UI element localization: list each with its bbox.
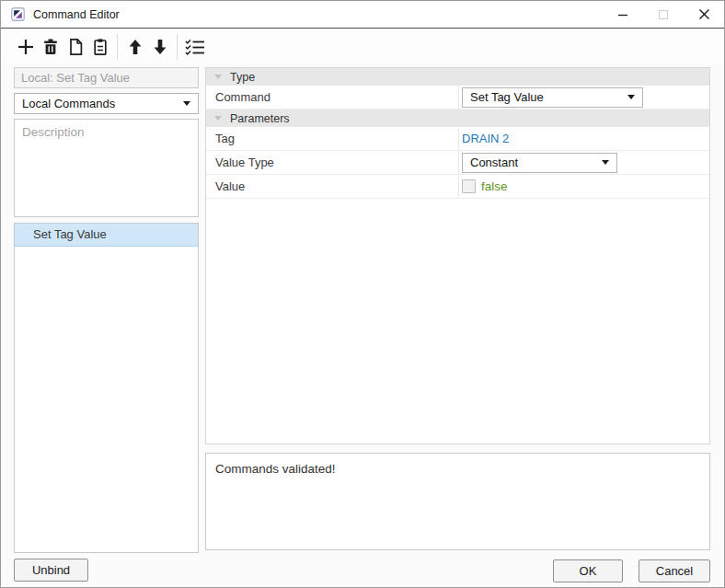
value-type-dropdown-value: Constant (470, 156, 602, 169)
value-boolean-label: false (481, 179, 508, 193)
command-scope-dropdown[interactable]: Local Commands (14, 93, 199, 114)
command-list[interactable]: Set Tag Value (14, 223, 199, 553)
collapse-triangle-icon (214, 116, 222, 121)
maximize-icon (658, 9, 669, 20)
property-value-cell: Set Tag Value (459, 87, 709, 108)
plus-icon (16, 37, 36, 57)
description-textarea[interactable] (14, 119, 199, 217)
property-row-value-type: Value Type Constant (206, 151, 709, 175)
validation-message: Commands validated! (215, 462, 336, 476)
property-label: Value Type (206, 151, 459, 174)
copy-command-button[interactable] (63, 34, 87, 60)
section-title: Type (230, 71, 255, 84)
value-type-dropdown[interactable]: Constant (462, 153, 617, 173)
maximize-button[interactable] (643, 1, 684, 29)
list-item-label: Set Tag Value (33, 227, 107, 241)
section-header-type[interactable]: Type (206, 68, 709, 86)
property-row-tag: Tag DRAIN 2 (206, 127, 709, 151)
list-item[interactable]: Set Tag Value (15, 224, 198, 247)
trash-icon (40, 37, 61, 57)
close-icon (698, 8, 710, 20)
move-up-button[interactable] (123, 34, 147, 60)
toolbar (1, 29, 724, 63)
app-logo-icon (11, 7, 25, 21)
chevron-down-icon (602, 160, 609, 165)
paste-icon (90, 37, 110, 57)
minimize-button[interactable] (603, 1, 643, 29)
property-label: Command (206, 86, 459, 109)
cancel-button[interactable]: Cancel (639, 559, 710, 582)
property-label: Tag (206, 127, 459, 150)
tag-value-link[interactable]: DRAIN 2 (462, 132, 509, 145)
paste-command-button[interactable] (88, 34, 112, 60)
arrow-up-icon (125, 37, 145, 57)
property-value-cell: Constant (459, 153, 709, 173)
chevron-down-icon (183, 101, 190, 106)
checklist-icon (184, 37, 206, 57)
command-dropdown-value: Set Tag Value (470, 90, 627, 104)
property-panel-filler (206, 199, 709, 444)
command-dropdown[interactable]: Set Tag Value (462, 87, 643, 108)
unbind-button[interactable]: Unbind (14, 559, 88, 582)
validate-commands-button[interactable] (183, 34, 207, 60)
section-header-parameters[interactable]: Parameters (206, 110, 709, 127)
close-button[interactable] (684, 1, 724, 29)
property-label: Value (206, 175, 459, 198)
chevron-down-icon (627, 95, 635, 99)
command-scope-dropdown-value: Local Commands (22, 97, 183, 110)
property-value-cell: DRAIN 2 (459, 132, 709, 145)
section-title: Parameters (230, 112, 290, 125)
arrow-down-icon (150, 37, 170, 57)
binding-path-field[interactable] (14, 67, 199, 88)
titlebar: Command Editor (1, 1, 724, 29)
delete-command-button[interactable] (39, 34, 63, 60)
toolbar-separator (117, 34, 118, 60)
property-row-value: Value false (206, 175, 709, 199)
property-value-cell: false (459, 179, 709, 193)
validation-message-box: Commands validated! (205, 453, 710, 550)
toolbar-separator (177, 34, 178, 60)
move-down-button[interactable] (148, 34, 172, 60)
collapse-triangle-icon (214, 75, 222, 79)
add-command-button[interactable] (14, 34, 38, 60)
ok-button[interactable]: OK (553, 559, 623, 582)
minimize-icon (617, 9, 628, 20)
property-panel: Type Command Set Tag Value Parameters Ta… (205, 67, 710, 444)
property-row-command: Command Set Tag Value (206, 86, 709, 110)
window-title: Command Editor (33, 8, 120, 21)
copy-icon (65, 37, 86, 57)
command-editor-window: Command Editor (0, 0, 725, 588)
value-checkbox[interactable] (462, 179, 476, 193)
